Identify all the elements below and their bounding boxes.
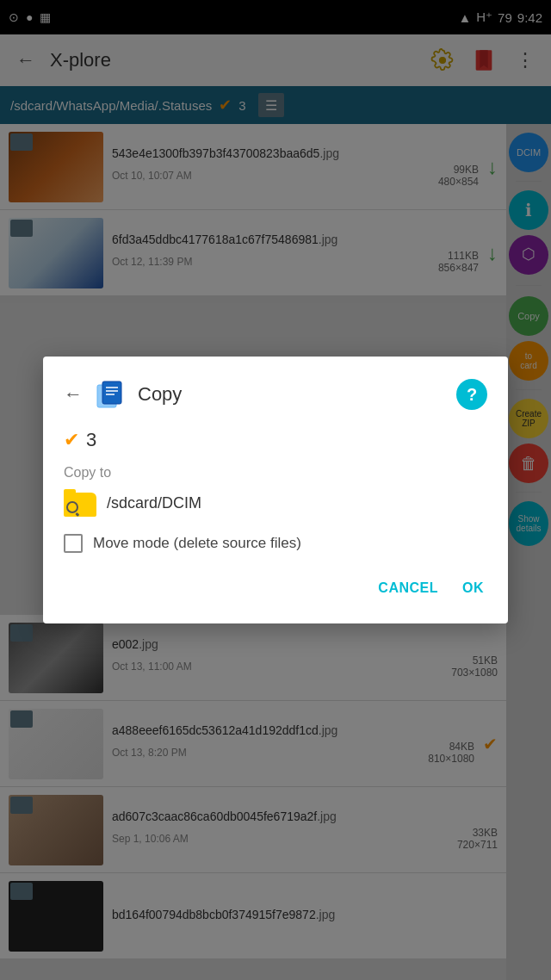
copy-files-icon (94, 378, 127, 411)
copy-icon-container (93, 377, 127, 412)
move-mode-row[interactable]: Move mode (delete source files) (64, 534, 487, 553)
count-number: 3 (86, 429, 96, 451)
dialog-overlay: ← Copy ? ✔ 3 Copy to (0, 0, 551, 980)
destination-text: /sdcard/DCIM (107, 494, 201, 512)
copy-to-label: Copy to (64, 465, 487, 481)
dialog-back-button[interactable]: ← (64, 383, 83, 406)
svg-rect-3 (102, 381, 121, 404)
help-icon: ? (467, 385, 477, 405)
dialog-buttons: CANCEL OK (64, 574, 487, 603)
copy-dialog: ← Copy ? ✔ 3 Copy to (43, 357, 508, 623)
selection-count: ✔ 3 (64, 429, 487, 451)
dialog-header: ← Copy ? (64, 377, 487, 412)
cancel-button[interactable]: CANCEL (375, 574, 442, 603)
back-arrow-icon: ← (64, 383, 83, 405)
move-mode-label: Move mode (delete source files) (93, 535, 301, 552)
help-button[interactable]: ? (456, 379, 487, 410)
move-mode-checkbox[interactable] (64, 534, 83, 553)
dialog-title: Copy (138, 383, 446, 406)
count-check-icon: ✔ (64, 429, 79, 451)
destination-folder-icon (64, 489, 98, 517)
ok-button[interactable]: OK (459, 574, 487, 603)
destination-path[interactable]: /sdcard/DCIM (64, 489, 487, 517)
